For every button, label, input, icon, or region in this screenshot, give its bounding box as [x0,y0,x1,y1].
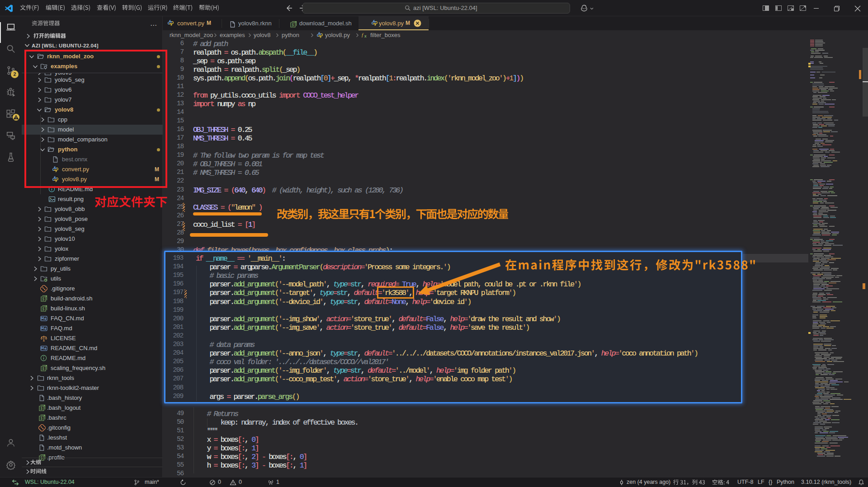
svg-text:$: $ [40,417,42,421]
svg-text:$: $ [40,407,42,411]
svg-text:$: $ [42,297,44,302]
svg-text:$: $ [42,307,44,312]
svg-text:x: x [364,34,367,38]
svg-text:$: $ [292,23,294,28]
svg-text:$: $ [42,367,44,371]
svg-text:f: f [362,32,364,37]
